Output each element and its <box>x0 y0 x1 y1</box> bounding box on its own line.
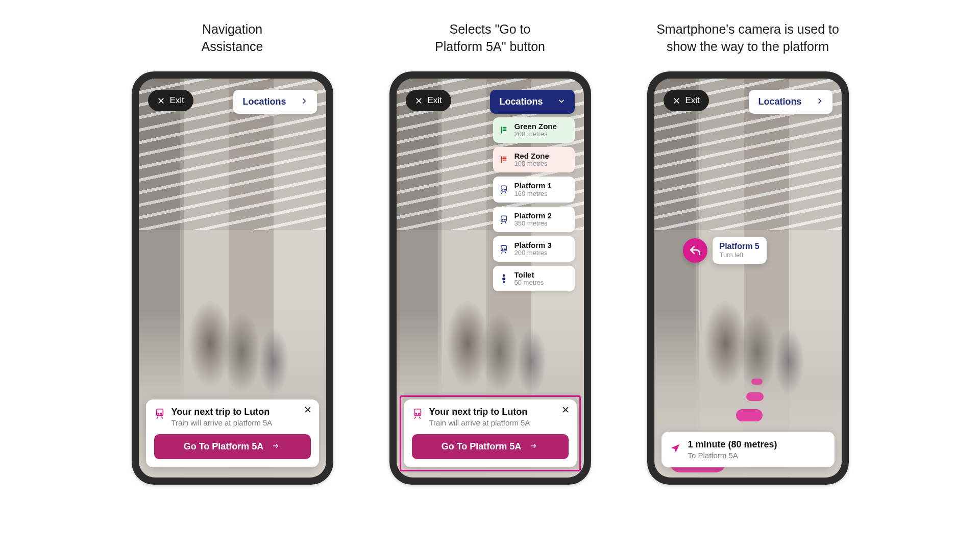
location-label: Platform 2 <box>514 211 552 220</box>
svg-point-1 <box>157 413 159 415</box>
nav-title: 1 minute (80 metres) <box>688 439 777 450</box>
exit-button[interactable]: Exit <box>148 90 193 111</box>
location-item[interactable]: Platform 3200 metres <box>493 236 575 262</box>
svg-point-11 <box>504 249 505 250</box>
go-button-label: Go To Platform 5A <box>184 441 264 452</box>
trip-title: Your next trip to Luton <box>172 407 273 417</box>
svg-rect-3 <box>501 186 506 192</box>
exit-label: Exit <box>428 95 442 106</box>
caption-2: Selects "Go to Platform 5A" button <box>435 20 545 56</box>
callout-title: Platform 5 <box>720 242 760 251</box>
locations-label: Locations <box>242 96 286 107</box>
chevron-right-icon <box>816 96 823 107</box>
exit-label: Exit <box>170 95 184 106</box>
exit-button[interactable]: Exit <box>664 90 709 111</box>
camera-viewport: Exit Locations <box>139 79 326 478</box>
turn-left-icon <box>683 238 707 263</box>
svg-point-8 <box>504 219 505 220</box>
svg-rect-14 <box>503 281 505 283</box>
svg-rect-0 <box>156 409 163 416</box>
phone-frame: Exit Locations <box>647 71 849 485</box>
ar-nav-card: 1 minute (80 metres) To Platform 5A <box>662 432 835 467</box>
svg-rect-13 <box>502 278 505 280</box>
phone-frame: Exit Locations Green Zone200 metresRed Z… <box>389 71 591 485</box>
arrow-right-icon <box>271 441 281 452</box>
exit-label: Exit <box>685 95 700 106</box>
location-distance: 350 metres <box>514 220 552 228</box>
location-item[interactable]: Red Zone100 metres <box>493 147 575 172</box>
locations-dropdown: Green Zone200 metresRed Zone100 metresPl… <box>493 117 575 291</box>
svg-rect-9 <box>501 245 506 251</box>
caption-3: Smartphone's camera is used to show the … <box>656 20 839 56</box>
arrow-right-icon <box>528 441 538 452</box>
svg-rect-15 <box>414 409 421 416</box>
location-distance: 200 metres <box>514 131 557 138</box>
location-item[interactable]: Platform 2350 metres <box>493 207 575 232</box>
nav-subtitle: To Platform 5A <box>688 451 777 460</box>
go-to-platform-button[interactable]: Go To Platform 5A <box>154 434 311 459</box>
location-label: Red Zone <box>514 152 549 160</box>
svg-point-7 <box>502 219 503 220</box>
close-icon <box>157 97 165 105</box>
locations-button[interactable]: Locations <box>233 90 316 114</box>
trip-subtitle: Train will arrive at platform 5A <box>172 418 273 427</box>
svg-point-10 <box>502 249 503 250</box>
location-item[interactable]: Platform 1160 metres <box>493 177 575 202</box>
location-label: Toilet <box>514 270 544 279</box>
svg-point-17 <box>418 413 420 415</box>
train-icon <box>498 185 509 194</box>
zone-icon <box>498 126 509 135</box>
svg-point-16 <box>415 413 416 415</box>
ar-turn-callout: Platform 5 Turn left <box>683 237 767 264</box>
location-item[interactable]: Green Zone200 metres <box>493 117 575 143</box>
zone-icon <box>498 155 509 164</box>
train-icon <box>412 408 423 421</box>
trip-subtitle: Train will arrive at platform 5A <box>429 418 530 427</box>
camera-viewport: Exit Locations Green Zone200 metresRed Z… <box>397 79 584 478</box>
locations-button[interactable]: Locations <box>490 90 574 114</box>
chevron-right-icon <box>301 96 308 107</box>
locations-label: Locations <box>758 96 801 107</box>
location-label: Platform 3 <box>514 241 552 249</box>
close-icon <box>673 97 680 105</box>
location-distance: 50 metres <box>514 279 544 287</box>
trip-close-button[interactable] <box>561 406 570 416</box>
location-distance: 100 metres <box>514 160 549 168</box>
train-icon <box>498 244 509 254</box>
svg-point-2 <box>160 413 162 415</box>
callout-subtitle: Turn left <box>720 251 760 259</box>
svg-rect-12 <box>503 274 505 277</box>
location-distance: 160 metres <box>514 190 552 198</box>
camera-viewport: Exit Locations <box>654 79 842 478</box>
svg-rect-6 <box>501 216 506 221</box>
navigation-arrow-icon <box>670 443 681 456</box>
trip-card: Your next trip to Luton Train will arriv… <box>146 399 319 467</box>
go-to-platform-button[interactable]: Go To Platform 5A <box>412 434 569 459</box>
train-icon <box>498 215 509 224</box>
chevron-down-icon <box>557 96 566 107</box>
location-label: Green Zone <box>514 122 557 131</box>
locations-button[interactable]: Locations <box>749 90 832 114</box>
exit-button[interactable]: Exit <box>406 90 451 111</box>
go-button-label: Go To Platform 5A <box>442 441 522 452</box>
trip-close-button[interactable] <box>304 406 312 416</box>
svg-point-4 <box>502 189 503 190</box>
trip-title: Your next trip to Luton <box>429 407 530 417</box>
svg-point-5 <box>504 189 505 190</box>
location-item[interactable]: Toilet50 metres <box>493 266 575 291</box>
locations-label: Locations <box>499 96 543 107</box>
toilet-icon <box>498 273 509 284</box>
close-icon <box>415 97 423 105</box>
trip-card: Your next trip to Luton Train will arriv… <box>404 399 577 467</box>
phone-frame: Exit Locations <box>132 71 333 485</box>
location-distance: 200 metres <box>514 249 552 257</box>
train-icon <box>154 408 165 421</box>
location-label: Platform 1 <box>514 181 552 190</box>
caption-1: Navigation Assistance <box>202 20 263 56</box>
